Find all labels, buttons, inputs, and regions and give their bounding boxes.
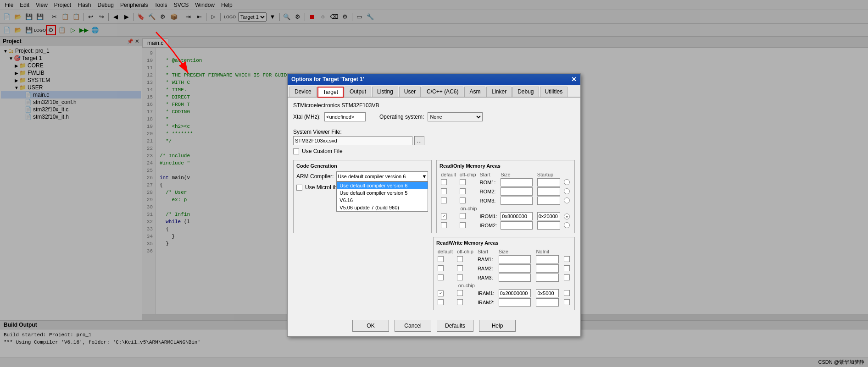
irom2-default-cb[interactable] (441, 222, 447, 228)
ram1-start[interactable] (499, 255, 531, 263)
ram3-size[interactable] (536, 274, 559, 282)
dialog-cancel-btn[interactable]: Cancel (395, 320, 431, 332)
ram3-start[interactable] (499, 274, 531, 282)
dtab-cpp[interactable]: C/C++ (AC6) (422, 87, 463, 97)
readwrite-mem-title: Read/Write Memory Areas (436, 240, 572, 246)
dialog-close-btn[interactable]: ✕ (571, 76, 577, 83)
rom1-start[interactable] (501, 178, 533, 186)
svf-browse-btn[interactable]: … (414, 136, 424, 145)
iram2-noinit[interactable] (564, 299, 570, 305)
dropdown-item-3[interactable]: V5.06 update 7 (build 960) (337, 204, 428, 211)
ram1-default-cb[interactable] (438, 256, 444, 262)
ram1-size[interactable] (536, 255, 559, 263)
dtab-asm[interactable]: Asm (464, 87, 485, 97)
xtal-os-row: Xtal (MHz): Operating system: None (293, 112, 575, 125)
iram1-default-cb[interactable] (438, 290, 444, 296)
dtab-target[interactable]: Target (317, 87, 344, 98)
iram1-start[interactable] (499, 289, 531, 297)
rom1-default-cb[interactable] (441, 179, 447, 185)
arm-compiler-row: ARM Compiler: Use default compiler versi… (296, 171, 428, 181)
dialog-title-bar: Options for Target 'Target 1' ✕ (288, 74, 580, 85)
iram1-offchip-cb[interactable] (457, 290, 463, 296)
ram2-offchip-cb[interactable] (457, 265, 463, 271)
ram3-default-cb[interactable] (438, 274, 444, 280)
rom2-label: ROM2: (479, 189, 495, 194)
custom-file-checkbox[interactable] (293, 148, 299, 154)
ram1-noinit[interactable] (564, 256, 570, 262)
rom3-start[interactable] (501, 197, 533, 205)
dtab-listing[interactable]: Listing (372, 87, 398, 97)
rom3-size[interactable] (537, 197, 560, 205)
iram1-size[interactable] (536, 289, 559, 297)
use-microlb-checkbox[interactable] (296, 185, 302, 191)
ram2-start[interactable] (499, 264, 531, 273)
rom1-offchip-cb[interactable] (460, 179, 466, 185)
rom1-startup[interactable] (564, 179, 570, 185)
iram2-offchip-cb[interactable] (457, 299, 463, 305)
arm-compiler-display[interactable]: Use default compiler version 6 ▼ (336, 171, 428, 181)
dtab-user[interactable]: User (399, 87, 421, 97)
iram2-start[interactable] (499, 298, 531, 307)
dtab-utilities[interactable]: Utilities (540, 87, 568, 97)
rw-th-start: Start (476, 248, 497, 255)
rom2-startup[interactable] (564, 188, 570, 194)
dropdown-item-2[interactable]: V6.16 (337, 197, 428, 204)
ram2-noinit[interactable] (564, 265, 570, 271)
dtab-linker[interactable]: Linker (486, 87, 512, 97)
ram3-noinit[interactable] (564, 274, 570, 280)
irom1-default-cb[interactable] (441, 214, 447, 219)
dialog-help-btn[interactable]: Help (479, 320, 516, 332)
rw-row-ram3: RAM3: (436, 273, 572, 282)
ram3-offchip-cb[interactable] (457, 274, 463, 280)
rw-row-ram1: RAM1: (436, 255, 572, 264)
irom1-label: IROM1: (479, 214, 497, 219)
ram2-default-cb[interactable] (438, 265, 444, 271)
ronly-onchip-label: on-chip (440, 205, 478, 212)
rom1-label: ROM1: (479, 180, 495, 185)
ram2-size[interactable] (536, 264, 559, 273)
iram2-default-cb[interactable] (438, 299, 444, 305)
rom3-startup[interactable] (564, 197, 570, 203)
irom1-start[interactable] (501, 212, 533, 220)
dialog-defaults-btn[interactable]: Defaults (437, 320, 473, 332)
rom1-size[interactable] (537, 178, 560, 186)
dtab-output[interactable]: Output (345, 87, 371, 97)
irom2-startup[interactable] (564, 222, 570, 228)
use-microlb-label: Use MicroLib (305, 184, 337, 191)
dtab-debug[interactable]: Debug (512, 87, 539, 97)
rom2-start[interactable] (501, 187, 533, 196)
irom2-start[interactable] (501, 221, 533, 230)
svf-input[interactable] (293, 136, 412, 145)
rom3-offchip-cb[interactable] (460, 197, 466, 203)
dropdown-item-1[interactable]: Use default compiler version 5 (337, 189, 428, 197)
iram2-size[interactable] (536, 298, 559, 307)
two-col-bottom: Read/Write Memory Areas default off-chip… (293, 237, 575, 310)
irom2-size[interactable] (537, 221, 560, 230)
ronly-row-rom3: ROM3: (440, 196, 572, 205)
arm-compiler-dropdown: Use default compiler version 6 Use defau… (336, 181, 428, 212)
rw-th-size: Size (497, 248, 535, 255)
svf-label: System Viewer File: (293, 129, 575, 135)
irom1-startup[interactable] (564, 214, 570, 219)
irom1-size[interactable] (537, 212, 560, 220)
dropdown-item-0[interactable]: Use default compiler version 6 (337, 182, 428, 189)
rw-row-onchip-label: on-chip (436, 282, 572, 289)
arm-compiler-dropdown-arrow[interactable]: ▼ (422, 174, 427, 179)
irom1-offchip-cb[interactable] (460, 213, 466, 219)
rom2-default-cb[interactable] (441, 188, 447, 194)
dialog-ok-btn[interactable]: OK (352, 320, 389, 332)
dtab-device[interactable]: Device (289, 87, 317, 97)
rom2-size[interactable] (537, 187, 560, 196)
rom2-offchip-cb[interactable] (460, 188, 466, 194)
rom3-default-cb[interactable] (441, 197, 447, 203)
ram2-label: RAM2: (478, 266, 493, 271)
ram1-offchip-cb[interactable] (457, 256, 463, 262)
irom2-offchip-cb[interactable] (460, 222, 466, 228)
options-dialog: Options for Target 'Target 1' ✕ Device T… (287, 73, 581, 337)
os-select[interactable]: None (428, 112, 483, 121)
iram1-noinit[interactable] (564, 290, 570, 296)
xtal-input[interactable] (324, 112, 366, 121)
readwrite-mem-box: Read/Write Memory Areas default off-chip… (433, 237, 575, 310)
ronly-th-default: default (440, 171, 458, 178)
rw-row-iram2: IRAM2: (436, 298, 572, 307)
